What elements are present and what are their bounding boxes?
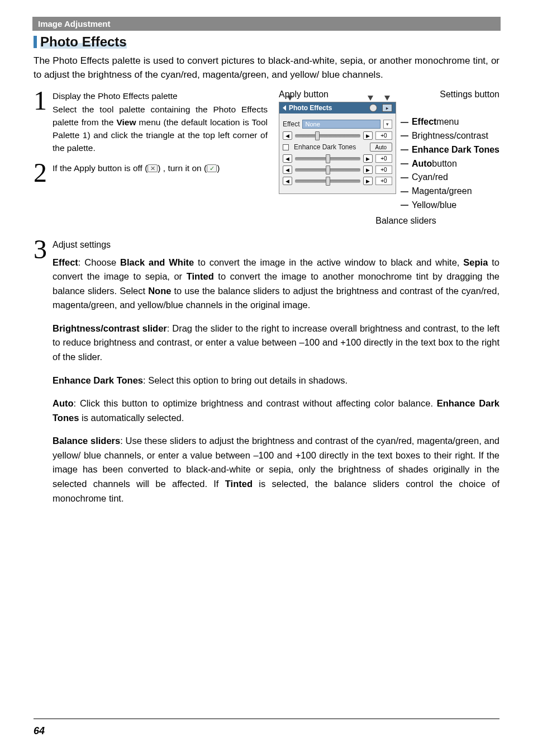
label-yellow-blue: Yellow/blue: [412, 199, 456, 212]
cyan-red-slider[interactable]: [295, 157, 360, 160]
increment-button[interactable]: ▶: [363, 177, 373, 185]
decrement-button[interactable]: ◀: [283, 166, 292, 174]
apply-button-label: Apply button: [279, 89, 329, 100]
effect-dropdown[interactable]: None: [302, 120, 380, 129]
step-3: 3 Adjust settings Effect: Choose Black a…: [34, 238, 499, 514]
auto-button[interactable]: Auto: [370, 143, 392, 152]
label-auto-suffix: button: [432, 157, 456, 171]
arrow-down-icon: [287, 96, 293, 101]
label-cyan-red: Cyan/red: [412, 171, 448, 185]
step-2-number: 2: [34, 162, 53, 185]
palette-title-text: Photo Effects: [289, 104, 332, 112]
disclosure-triangle-icon[interactable]: [283, 105, 286, 111]
step-2-text-c: ): [217, 163, 220, 173]
magenta-green-value[interactable]: +0: [375, 166, 392, 174]
step-3-number: 3: [34, 238, 53, 261]
photo-effects-palette: Photo Effects ▸ Effect None ▾ ◀: [279, 102, 396, 194]
increment-button[interactable]: ▶: [363, 131, 373, 140]
header-bar: Image Adjustment: [32, 17, 501, 31]
decrement-button[interactable]: ◀: [283, 131, 292, 140]
para-effect: Effect: Choose Black and White to conver…: [53, 256, 499, 313]
arrow-down-icon: [368, 96, 373, 101]
brightness-contrast-slider[interactable]: [295, 134, 360, 138]
decrement-button[interactable]: ◀: [283, 154, 292, 163]
intro-paragraph: The Photo Effects palette is used to con…: [34, 54, 499, 82]
label-magenta-green: Magenta/green: [412, 185, 472, 199]
step-2: 2 If the Apply button is off (✕) , turn …: [34, 162, 268, 185]
apply-off-icon: ✕: [147, 164, 158, 172]
step-2-text-b: ) , turn it on (: [158, 163, 207, 173]
view-menu-ref: View: [116, 117, 136, 127]
step-3-heading: Adjust settings: [53, 238, 499, 252]
para-balance: Balance sliders: Use these sliders to ad…: [53, 434, 499, 505]
brightness-value[interactable]: +0: [375, 131, 392, 140]
yellow-blue-slider[interactable]: [295, 179, 360, 183]
decrement-button[interactable]: ◀: [283, 177, 292, 185]
title-marker: [34, 36, 37, 48]
enhance-dark-tones-checkbox[interactable]: [283, 144, 289, 150]
step-1-heading: Display the Photo Effects palette: [53, 91, 178, 101]
section-title: Photo Effects: [40, 34, 127, 50]
diagram-side-labels: Effect menu Brightness/contrast Enhance …: [401, 102, 499, 212]
label-enhance: Enhance Dark Tones: [412, 143, 499, 157]
palette-titlebar: Photo Effects ▸: [279, 102, 396, 114]
yellow-blue-value[interactable]: +0: [375, 177, 392, 185]
para-auto: Auto: Click this button to optimize brig…: [53, 396, 499, 425]
label-brightness: Brightness/contrast: [412, 129, 488, 143]
para-brightness: Brightness/contrast slider: Drag the sli…: [53, 322, 499, 365]
effect-label: Effect: [283, 120, 299, 128]
cyan-red-value[interactable]: +0: [375, 154, 392, 163]
section-title-row: Photo Effects: [34, 34, 499, 50]
label-auto: Auto: [412, 157, 432, 171]
label-effect-suffix: menu: [436, 115, 459, 129]
balance-sliders-caption: Balance sliders: [312, 216, 499, 226]
settings-button[interactable]: ▸: [382, 104, 392, 112]
apply-on-icon: ✓: [207, 164, 217, 172]
label-effect: Effect: [412, 115, 436, 129]
arrow-down-icon: [384, 96, 390, 101]
step-1-number: 1: [34, 89, 53, 112]
enhance-dark-tones-label: Enhance Dark Tones: [294, 143, 367, 151]
step-2-text-a: If the Apply button is off (: [53, 163, 147, 173]
dropdown-icon[interactable]: ▾: [383, 120, 392, 129]
apply-button[interactable]: [369, 104, 377, 112]
para-enhance: Enhance Dark Tones: Select this option t…: [53, 374, 499, 388]
page-number: 64: [34, 725, 45, 737]
settings-button-label: Settings button: [440, 89, 499, 100]
step-1: 1 Display the Photo Effects palette Sele…: [34, 89, 268, 154]
increment-button[interactable]: ▶: [363, 154, 373, 163]
increment-button[interactable]: ▶: [363, 166, 373, 174]
magenta-green-slider[interactable]: [295, 168, 360, 172]
